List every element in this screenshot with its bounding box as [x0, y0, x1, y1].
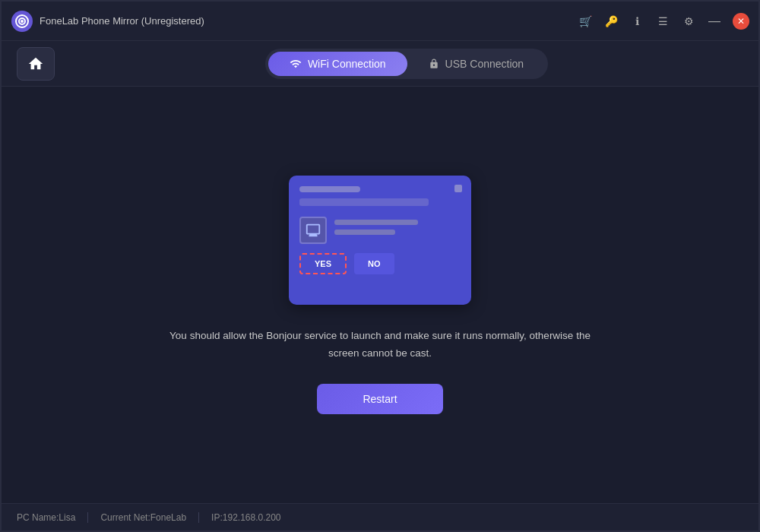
info-icon[interactable]: ℹ [629, 15, 644, 27]
description-text: You should allow the Bonjour service to … [169, 328, 591, 363]
dialog-line-2 [334, 230, 395, 235]
dialog-illustration: YES NO [289, 176, 471, 305]
usb-lock-icon [429, 59, 439, 69]
key-icon[interactable]: 🔑 [603, 15, 619, 27]
home-button[interactable] [17, 47, 55, 81]
wifi-tab[interactable]: WiFi Connection [268, 52, 407, 76]
description-line1: You should allow the Bonjour service to … [169, 330, 591, 341]
app-logo-icon [11, 10, 33, 33]
app-window: FoneLab Phone Mirror (Unregistered) 🛒 🔑 … [2, 2, 758, 530]
dialog-body [299, 217, 461, 244]
wifi-icon [290, 58, 302, 70]
usb-tab[interactable]: USB Connection [407, 52, 546, 76]
svg-point-3 [21, 20, 24, 23]
monitor-icon [305, 222, 321, 239]
dialog-line-1 [334, 220, 418, 225]
dialog-blue-bar [299, 198, 429, 206]
usb-tab-label: USB Connection [445, 58, 524, 70]
dialog-text-lines [334, 220, 418, 235]
wifi-tab-label: WiFi Connection [308, 58, 386, 70]
dialog-buttons: YES NO [299, 253, 461, 274]
navbar: WiFi Connection USB Connection [2, 41, 758, 87]
home-icon [27, 55, 44, 72]
app-title: FoneLab Phone Mirror (Unregistered) [40, 15, 578, 27]
dialog-yes-button[interactable]: YES [299, 253, 347, 274]
status-ip: IP:192.168.0.200 [199, 512, 293, 523]
settings-icon[interactable]: ⚙ [681, 15, 696, 27]
dialog-no-button[interactable]: NO [354, 253, 394, 274]
minimize-button[interactable]: — [707, 14, 722, 28]
menu-icon[interactable]: ☰ [655, 15, 670, 27]
dialog-icon-box [299, 217, 327, 244]
status-pc-name: PC Name:Lisa [17, 512, 88, 523]
content-area: YES NO You should allow the Bonjour serv… [2, 87, 758, 503]
titlebar-icons: 🛒 🔑 ℹ ☰ ⚙ — ✕ [578, 13, 749, 30]
restart-button[interactable]: Restart [317, 384, 442, 414]
titlebar: FoneLab Phone Mirror (Unregistered) 🛒 🔑 … [2, 2, 758, 41]
close-icon: ✕ [737, 16, 745, 27]
dialog-title-line [299, 186, 360, 192]
connection-tabs: WiFi Connection USB Connection [265, 49, 548, 79]
statusbar: PC Name:Lisa Current Net:FoneLab IP:192.… [2, 503, 758, 530]
cart-icon[interactable]: 🛒 [578, 15, 593, 27]
status-current-net: Current Net:FoneLab [88, 512, 199, 523]
close-button[interactable]: ✕ [733, 13, 749, 30]
dialog-close-dot [454, 185, 462, 192]
description-line2: screen cannot be cast. [328, 347, 432, 359]
